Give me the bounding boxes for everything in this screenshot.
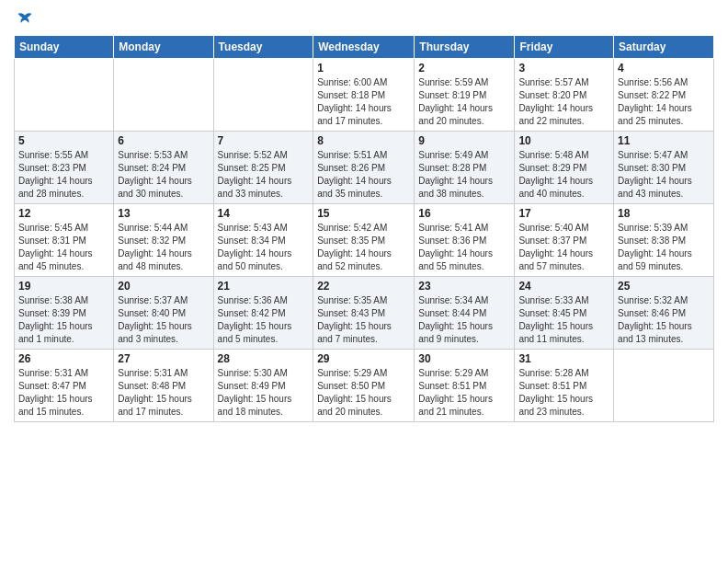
day-number: 29 (317, 352, 410, 365)
calendar-cell: 26Sunrise: 5:31 AMSunset: 8:47 PMDayligh… (15, 350, 114, 422)
calendar-header-row: SundayMondayTuesdayWednesdayThursdayFrid… (15, 36, 714, 59)
day-number: 3 (518, 62, 609, 75)
day-info: Sunrise: 5:51 AMSunset: 8:26 PMDaylight:… (317, 149, 410, 201)
calendar-cell: 14Sunrise: 5:43 AMSunset: 8:34 PMDayligh… (213, 204, 313, 277)
day-info: Sunrise: 5:37 AMSunset: 8:40 PMDaylight:… (118, 294, 209, 346)
day-number: 31 (518, 352, 609, 365)
day-number: 6 (118, 134, 209, 147)
day-number: 10 (518, 134, 609, 147)
calendar-cell: 24Sunrise: 5:33 AMSunset: 8:45 PMDayligh… (515, 277, 614, 350)
day-info: Sunrise: 5:48 AMSunset: 8:29 PMDaylight:… (518, 149, 609, 201)
logo-bird-icon (16, 9, 34, 28)
weekday-header: Thursday (415, 36, 515, 59)
day-info: Sunrise: 5:42 AMSunset: 8:35 PMDaylight:… (317, 222, 410, 273)
calendar-cell (15, 59, 114, 132)
calendar-week-row: 5Sunrise: 5:55 AMSunset: 8:23 PMDaylight… (15, 132, 714, 204)
day-info: Sunrise: 5:57 AMSunset: 8:20 PMDaylight:… (518, 76, 609, 128)
calendar-week-row: 19Sunrise: 5:38 AMSunset: 8:39 PMDayligh… (15, 277, 714, 350)
day-info: Sunrise: 5:28 AMSunset: 8:51 PMDaylight:… (518, 367, 609, 419)
weekday-header: Sunday (15, 36, 114, 59)
day-number: 23 (418, 280, 510, 293)
day-number: 9 (418, 134, 510, 147)
weekday-header: Saturday (614, 36, 714, 59)
day-info: Sunrise: 5:32 AMSunset: 8:46 PMDaylight:… (618, 294, 710, 346)
day-info: Sunrise: 5:34 AMSunset: 8:44 PMDaylight:… (418, 294, 510, 346)
day-info: Sunrise: 5:43 AMSunset: 8:34 PMDaylight:… (218, 222, 310, 273)
calendar-cell: 30Sunrise: 5:29 AMSunset: 8:51 PMDayligh… (415, 350, 515, 422)
day-info: Sunrise: 5:31 AMSunset: 8:47 PMDaylight:… (18, 367, 109, 419)
calendar-cell: 12Sunrise: 5:45 AMSunset: 8:31 PMDayligh… (15, 204, 114, 277)
day-info: Sunrise: 5:47 AMSunset: 8:30 PMDaylight:… (618, 149, 710, 201)
day-number: 5 (18, 134, 109, 147)
calendar-cell: 9Sunrise: 5:49 AMSunset: 8:28 PMDaylight… (415, 132, 515, 204)
day-number: 28 (218, 352, 310, 365)
day-info: Sunrise: 5:29 AMSunset: 8:51 PMDaylight:… (418, 367, 510, 419)
calendar-cell: 7Sunrise: 5:52 AMSunset: 8:25 PMDaylight… (213, 132, 313, 204)
calendar-cell: 29Sunrise: 5:29 AMSunset: 8:50 PMDayligh… (313, 350, 415, 422)
calendar-cell: 20Sunrise: 5:37 AMSunset: 8:40 PMDayligh… (114, 277, 213, 350)
day-info: Sunrise: 5:30 AMSunset: 8:49 PMDaylight:… (218, 367, 310, 419)
day-info: Sunrise: 5:52 AMSunset: 8:25 PMDaylight:… (218, 149, 310, 201)
day-info: Sunrise: 5:31 AMSunset: 8:48 PMDaylight:… (118, 367, 209, 419)
weekday-header: Friday (515, 36, 614, 59)
page-header (14, 9, 714, 28)
day-info: Sunrise: 5:49 AMSunset: 8:28 PMDaylight:… (418, 149, 510, 201)
day-number: 30 (418, 352, 510, 365)
calendar-table: SundayMondayTuesdayWednesdayThursdayFrid… (14, 35, 714, 422)
calendar-cell: 5Sunrise: 5:55 AMSunset: 8:23 PMDaylight… (15, 132, 114, 204)
day-info: Sunrise: 5:33 AMSunset: 8:45 PMDaylight:… (518, 294, 609, 346)
day-number: 2 (418, 62, 510, 75)
calendar-cell: 11Sunrise: 5:47 AMSunset: 8:30 PMDayligh… (614, 132, 714, 204)
weekday-header: Wednesday (313, 36, 415, 59)
day-number: 27 (118, 352, 209, 365)
calendar-cell (614, 350, 714, 422)
day-number: 19 (18, 280, 109, 293)
day-number: 25 (618, 280, 710, 293)
day-info: Sunrise: 5:55 AMSunset: 8:23 PMDaylight:… (18, 149, 109, 201)
day-number: 11 (618, 134, 710, 147)
day-info: Sunrise: 5:36 AMSunset: 8:42 PMDaylight:… (218, 294, 310, 346)
calendar-cell: 1Sunrise: 6:00 AMSunset: 8:18 PMDaylight… (313, 59, 415, 132)
calendar-cell: 2Sunrise: 5:59 AMSunset: 8:19 PMDaylight… (415, 59, 515, 132)
calendar-cell: 31Sunrise: 5:28 AMSunset: 8:51 PMDayligh… (515, 350, 614, 422)
calendar-cell: 10Sunrise: 5:48 AMSunset: 8:29 PMDayligh… (515, 132, 614, 204)
day-number: 7 (218, 134, 310, 147)
calendar-cell: 28Sunrise: 5:30 AMSunset: 8:49 PMDayligh… (213, 350, 313, 422)
day-info: Sunrise: 5:41 AMSunset: 8:36 PMDaylight:… (418, 222, 510, 273)
calendar-cell: 19Sunrise: 5:38 AMSunset: 8:39 PMDayligh… (15, 277, 114, 350)
day-info: Sunrise: 6:00 AMSunset: 8:18 PMDaylight:… (317, 76, 410, 128)
day-number: 1 (317, 62, 410, 75)
day-info: Sunrise: 5:56 AMSunset: 8:22 PMDaylight:… (618, 76, 710, 128)
calendar-cell: 17Sunrise: 5:40 AMSunset: 8:37 PMDayligh… (515, 204, 614, 277)
day-info: Sunrise: 5:44 AMSunset: 8:32 PMDaylight:… (118, 222, 209, 273)
day-number: 21 (218, 280, 310, 293)
day-number: 14 (218, 207, 310, 220)
calendar-cell: 25Sunrise: 5:32 AMSunset: 8:46 PMDayligh… (614, 277, 714, 350)
day-number: 24 (518, 280, 609, 293)
day-number: 4 (618, 62, 710, 75)
logo (14, 9, 34, 28)
day-info: Sunrise: 5:38 AMSunset: 8:39 PMDaylight:… (18, 294, 109, 346)
day-info: Sunrise: 5:29 AMSunset: 8:50 PMDaylight:… (317, 367, 410, 419)
day-number: 8 (317, 134, 410, 147)
day-number: 15 (317, 207, 410, 220)
calendar-cell: 4Sunrise: 5:56 AMSunset: 8:22 PMDaylight… (614, 59, 714, 132)
calendar-cell: 8Sunrise: 5:51 AMSunset: 8:26 PMDaylight… (313, 132, 415, 204)
calendar-cell: 15Sunrise: 5:42 AMSunset: 8:35 PMDayligh… (313, 204, 415, 277)
day-number: 16 (418, 207, 510, 220)
calendar-cell (213, 59, 313, 132)
day-info: Sunrise: 5:53 AMSunset: 8:24 PMDaylight:… (118, 149, 209, 201)
calendar-week-row: 12Sunrise: 5:45 AMSunset: 8:31 PMDayligh… (15, 204, 714, 277)
day-info: Sunrise: 5:35 AMSunset: 8:43 PMDaylight:… (317, 294, 410, 346)
calendar-cell: 23Sunrise: 5:34 AMSunset: 8:44 PMDayligh… (415, 277, 515, 350)
day-number: 26 (18, 352, 109, 365)
day-number: 12 (18, 207, 109, 220)
day-info: Sunrise: 5:59 AMSunset: 8:19 PMDaylight:… (418, 76, 510, 128)
weekday-header: Monday (114, 36, 213, 59)
weekday-header: Tuesday (213, 36, 313, 59)
day-info: Sunrise: 5:39 AMSunset: 8:38 PMDaylight:… (618, 222, 710, 273)
calendar-cell: 18Sunrise: 5:39 AMSunset: 8:38 PMDayligh… (614, 204, 714, 277)
calendar-week-row: 26Sunrise: 5:31 AMSunset: 8:47 PMDayligh… (15, 350, 714, 422)
day-number: 20 (118, 280, 209, 293)
day-info: Sunrise: 5:40 AMSunset: 8:37 PMDaylight:… (518, 222, 609, 273)
